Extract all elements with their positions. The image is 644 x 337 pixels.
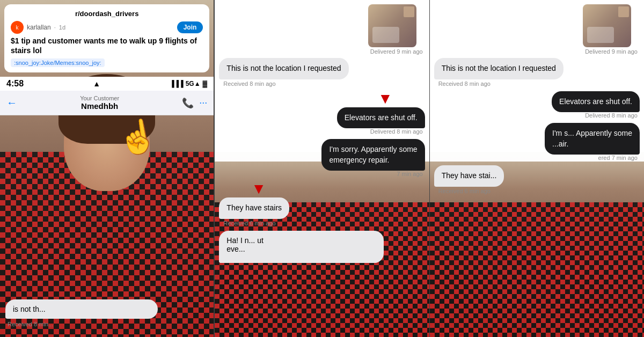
msg3-1-time: Received 8 min ago	[436, 80, 491, 87]
chat-text-partial: is not th...	[13, 305, 46, 313]
msg1-text: This is not the location I requested	[226, 64, 341, 72]
bubble-sent-3-1: Elevators are shut off.	[552, 91, 640, 113]
msg3-sent-1: Elevators are shut off.	[559, 97, 632, 106]
network-label: 5G▲	[186, 80, 201, 87]
msg-received-partial: Ha! I n... uteve...	[219, 231, 425, 263]
reddit-card: r/doordash_drivers k karlallan · 1d Join…	[4, 4, 209, 72]
bubble-sent-2: I'm sorry. Apparently someemergency repa…	[321, 139, 425, 171]
delivered-label-3: Delivered 9 min ago	[434, 48, 640, 55]
msg-received-1: This is not the location I requested Rec…	[219, 58, 425, 90]
thumbnail-container	[219, 4, 425, 48]
phone-icon[interactable]: 📞	[182, 97, 194, 109]
bubble-received-3-2: They have stai...	[434, 165, 504, 187]
status-icons: ▐▐▐ 5G▲ ▓	[170, 80, 207, 87]
nav-bar: ← Your Customer Nmedhbh 📞 ···	[0, 91, 214, 115]
reddit-subreddit: r/doordash_drivers	[11, 10, 203, 18]
msg2-text: Elevators are shut off.	[345, 113, 418, 122]
ha-bubble: Ha! I n... uteve...	[219, 231, 384, 263]
chat-time-partial: Received 8 min...	[5, 321, 208, 327]
nav-name: Nmedhbh	[21, 101, 178, 111]
join-button[interactable]: Join	[177, 21, 203, 33]
panel1-overlay: r/doordash_drivers k karlallan · 1d Join…	[0, 0, 214, 115]
panel-2: Delivered 9 min ago This is not the loca…	[215, 0, 429, 337]
bubble-received-1: This is not the location I requested	[219, 58, 348, 79]
msg-sent-1: Elevators are shut off. Delivered 8 min …	[219, 107, 425, 138]
msg3-2-time: ered 7 min ago	[598, 155, 640, 161]
msg3-4-text: They have stai...	[442, 171, 497, 180]
signal-icon: ▐▐▐	[170, 80, 184, 87]
post-time: ·	[54, 24, 56, 31]
location-icon: ▲	[93, 79, 100, 88]
msg-received-3-2: They have stai... Received 6 min ago	[434, 165, 640, 197]
msg-sent-3-1: Elevators are shut off. Delivered 8 min …	[434, 91, 640, 122]
red-arrow-2: ▼	[219, 181, 425, 196]
chat-overlay-panel1: is not th... Received 8 min...	[0, 294, 214, 337]
avatar: k	[11, 21, 24, 34]
battery-icon: ▓	[203, 80, 208, 87]
chat-messages-panel3: Delivered 9 min ago This is not the loca…	[430, 0, 644, 337]
thumbnail-container-3	[434, 4, 640, 48]
thumbnail-detail-3	[618, 6, 629, 17]
red-arrow-1: ▼	[219, 91, 425, 106]
reddit-user-row: k karlallan · 1d Join	[11, 21, 203, 34]
msg4-time: Received 6 min ago	[221, 220, 275, 226]
msg4-text: They have stairs	[226, 203, 282, 212]
msg1-time: Received 8 min ago	[221, 80, 275, 87]
chat-bubble-partial: is not th...	[5, 299, 158, 319]
msg3-time: 7 min ago	[397, 171, 425, 177]
nav-center: Your Customer Nmedhbh	[21, 95, 178, 111]
reddit-header: r/doordash_drivers	[11, 10, 203, 18]
more-icon[interactable]: ···	[199, 97, 207, 109]
status-time: 4:58	[6, 79, 24, 89]
msg3-1-text: This is not the location I requested	[442, 64, 556, 72]
nav-icons: 📞 ···	[182, 97, 207, 109]
reddit-title: $1 tip and customer wants me to walk up …	[11, 36, 203, 55]
reddit-tag: :snoo_joy:Joke/Memes:snoo_joy:	[11, 58, 105, 67]
msg2-time: Delivered 8 min ago	[370, 128, 425, 135]
msg-sent-3-2: I'm s... Apparently some...air. ered 7 m…	[434, 123, 640, 164]
msg3-sent-1-time: Delivered 8 min ago	[585, 112, 640, 119]
msg-sent-2: I'm sorry. Apparently someemergency repa…	[219, 139, 425, 180]
panel-3: Delivered 9 min ago This is not the loca…	[430, 0, 644, 337]
bubble-received-3-1: This is not the location I requested	[434, 58, 564, 79]
thumbnail-detail	[404, 6, 414, 17]
chat-messages-panel2: Delivered 9 min ago This is not the loca…	[215, 0, 429, 337]
bubble-sent-3-2: I'm s... Apparently some...air.	[545, 123, 640, 155]
msg3-4-time: Received 6 min ago	[436, 188, 491, 194]
delivery-thumbnail	[368, 4, 416, 47]
back-button[interactable]: ←	[6, 97, 17, 109]
msg3-sent-2-text: I'm s... Apparently some...air.	[552, 129, 632, 148]
msg-received-2: They have stairs Received 6 min ago	[219, 197, 425, 230]
delivery-thumbnail-3	[583, 4, 631, 47]
bubble-sent-1: Elevators are shut off.	[337, 107, 425, 129]
pointing-hand: ☝️	[114, 115, 160, 159]
nav-subtitle: Your Customer	[21, 95, 178, 101]
delivered-label-1: Delivered 9 min ago	[219, 48, 425, 55]
bubble-received-2: They have stairs	[219, 197, 289, 219]
username: karlallan	[27, 24, 51, 31]
time-ago: 1d	[59, 24, 65, 31]
msg3-text: I'm sorry. Apparently someemergency repa…	[329, 145, 417, 164]
status-bar: 4:58 ▲ ▐▐▐ 5G▲ ▓	[0, 77, 214, 91]
msg-received-3-1: This is not the location I requested Rec…	[434, 58, 640, 90]
ha-text: Ha! I n... uteve...	[226, 236, 263, 253]
panel-1: r/doordash_drivers k karlallan · 1d Join…	[0, 0, 214, 337]
